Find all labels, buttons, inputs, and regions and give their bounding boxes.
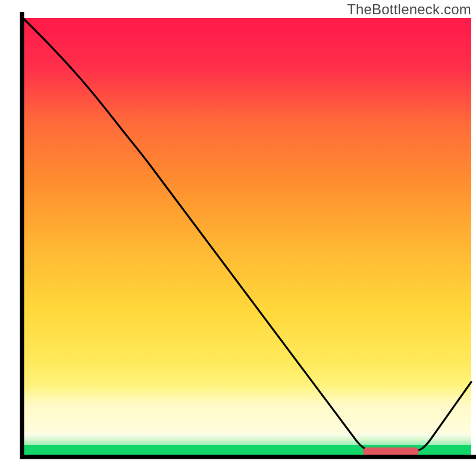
gradient-background-upper: [23, 18, 471, 434]
chart-svg: [0, 0, 476, 476]
chart-container: TheBottleneck.com: [0, 0, 476, 476]
optimal-range-marker: [363, 447, 419, 456]
watermark-text: TheBottleneck.com: [347, 1, 471, 18]
plot-area: [23, 18, 471, 457]
